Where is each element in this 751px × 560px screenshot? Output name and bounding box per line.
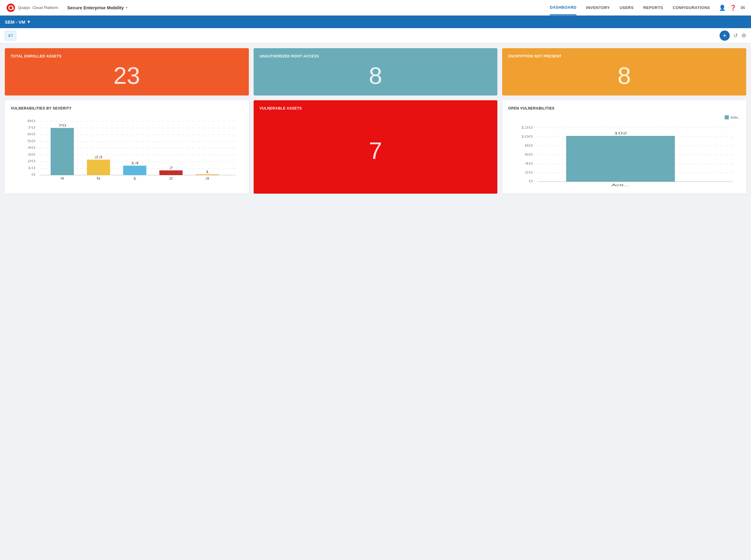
svg-text:40: 40: [27, 146, 35, 149]
svg-rect-26: [123, 166, 146, 175]
svg-text:Acti...: Acti...: [611, 183, 630, 187]
widget-total-enrolled-value: 23: [11, 62, 243, 89]
logo-area: Qualys Cloud Platform: [6, 3, 58, 13]
svg-text:5: 5: [96, 177, 100, 180]
nav-inventory[interactable]: INVENTORY: [586, 1, 610, 15]
svg-text:0: 0: [529, 180, 533, 183]
help-icon[interactable]: ❓: [730, 4, 736, 11]
widget-unauthorized-root[interactable]: UNAUTHORIZED ROOT ACCESS 8: [254, 48, 498, 96]
main-nav: DASHBOARD INVENTORY USERS REPORTS CONFIG…: [550, 0, 710, 15]
svg-text:2: 2: [169, 177, 173, 180]
dashboard-toolbar: 🏷 + ↺ ⚙: [0, 28, 751, 43]
platform-text: Cloud Platform: [32, 5, 58, 10]
svg-rect-49: [566, 136, 675, 182]
svg-text:4: 4: [60, 177, 64, 180]
svg-text:14: 14: [131, 162, 139, 165]
svg-rect-32: [196, 175, 219, 175]
svg-text:23: 23: [94, 156, 102, 159]
svg-text:1: 1: [133, 177, 137, 180]
user-icon[interactable]: 👤: [719, 4, 726, 11]
qualys-logo-icon: [6, 3, 16, 13]
legend-label-activ: Activ...: [731, 116, 740, 119]
vuln-severity-title: VULNERABILITIES BY SEVERITY: [11, 106, 243, 111]
widget-encryption-value: 8: [508, 62, 740, 89]
svg-text:70: 70: [27, 126, 35, 129]
app-title: Secure Enterprise Mobility: [67, 5, 124, 10]
widget-vulnerable-assets[interactable]: VULNERABLE ASSETS 7: [254, 100, 498, 194]
legend-color-activ: [725, 115, 729, 119]
svg-text:70: 70: [58, 124, 66, 127]
svg-text:120: 120: [521, 126, 533, 129]
widget-vulnerable-assets-value: 7: [260, 114, 492, 188]
nav-configurations[interactable]: CONFIGURATIONS: [673, 1, 710, 15]
widget-unauthorized-root-title: UNAUTHORIZED ROOT ACCESS: [260, 54, 492, 58]
svg-text:100: 100: [521, 135, 533, 138]
header-icons: 👤 ❓ ✉: [719, 4, 745, 11]
svg-text:102: 102: [614, 132, 627, 135]
nav-reports[interactable]: REPORTS: [643, 1, 663, 15]
svg-text:20: 20: [525, 171, 533, 174]
svg-text:60: 60: [525, 153, 533, 156]
svg-rect-20: [51, 128, 74, 175]
svg-text:80: 80: [525, 144, 533, 147]
sub-bar-dropdown-arrow[interactable]: ▾: [27, 19, 30, 24]
svg-text:7: 7: [169, 166, 173, 170]
logo-text: Qualys: [18, 5, 30, 10]
svg-text:20: 20: [27, 160, 35, 163]
svg-text:0: 0: [32, 173, 35, 176]
svg-rect-23: [87, 160, 110, 175]
sub-bar-label: SEM - VM: [5, 19, 25, 24]
widget-vulnerable-assets-title: VULNERABLE ASSETS: [260, 106, 492, 111]
svg-rect-29: [159, 170, 182, 175]
svg-text:10: 10: [27, 166, 35, 170]
add-widget-button[interactable]: +: [719, 31, 730, 41]
svg-text:80: 80: [27, 119, 35, 123]
svg-text:3: 3: [205, 177, 209, 180]
nav-dashboard[interactable]: DASHBOARD: [550, 0, 576, 15]
widget-encryption[interactable]: ENCRYPTION NOT PRESENT 8: [502, 48, 746, 96]
widget-total-enrolled-title: TOTAL ENROLLED ASSETS: [11, 54, 243, 58]
svg-text:50: 50: [27, 139, 35, 143]
mail-icon[interactable]: ✉: [740, 4, 745, 11]
open-vuln-chart: 120 100 80 60 40 20 0 102 Acti...: [508, 122, 740, 188]
svg-point-1: [9, 6, 12, 9]
toolbar-right: + ↺ ⚙: [719, 31, 746, 41]
sub-bar: SEM - VM ▾: [0, 16, 751, 28]
refresh-button[interactable]: ↺: [733, 32, 738, 39]
widget-encryption-title: ENCRYPTION NOT PRESENT: [508, 54, 740, 58]
open-vuln-title: OPEN VULNERABILITIES: [508, 106, 740, 111]
app-dropdown-arrow[interactable]: ▾: [126, 6, 127, 9]
top-bar: Qualys Cloud Platform Secure Enterprise …: [0, 0, 751, 16]
open-vuln-legend: Activ...: [508, 115, 740, 119]
nav-users[interactable]: USERS: [619, 1, 634, 15]
tag-button[interactable]: 🏷: [5, 31, 16, 40]
svg-text:60: 60: [27, 133, 35, 136]
widget-unauthorized-root-value: 8: [260, 62, 492, 89]
settings-button[interactable]: ⚙: [742, 32, 746, 39]
svg-text:30: 30: [27, 153, 35, 156]
widget-total-enrolled[interactable]: TOTAL ENROLLED ASSETS 23: [5, 48, 249, 96]
sub-bar-title[interactable]: SEM - VM ▾: [5, 19, 30, 24]
app-title-area[interactable]: Secure Enterprise Mobility ▾: [67, 5, 127, 10]
svg-text:40: 40: [525, 162, 533, 165]
dashboard-grid: TOTAL ENROLLED ASSETS 23 UNAUTHORIZED RO…: [0, 43, 751, 198]
widget-vuln-severity: VULNERABILITIES BY SEVERITY 80 70 60 50 …: [5, 100, 249, 194]
vuln-severity-chart: 80 70 60 50 40 30 20 10 0 70: [11, 115, 243, 181]
svg-text:1: 1: [205, 170, 209, 174]
widget-open-vulnerabilities: OPEN VULNERABILITIES Activ... 120 100 80…: [502, 100, 746, 194]
